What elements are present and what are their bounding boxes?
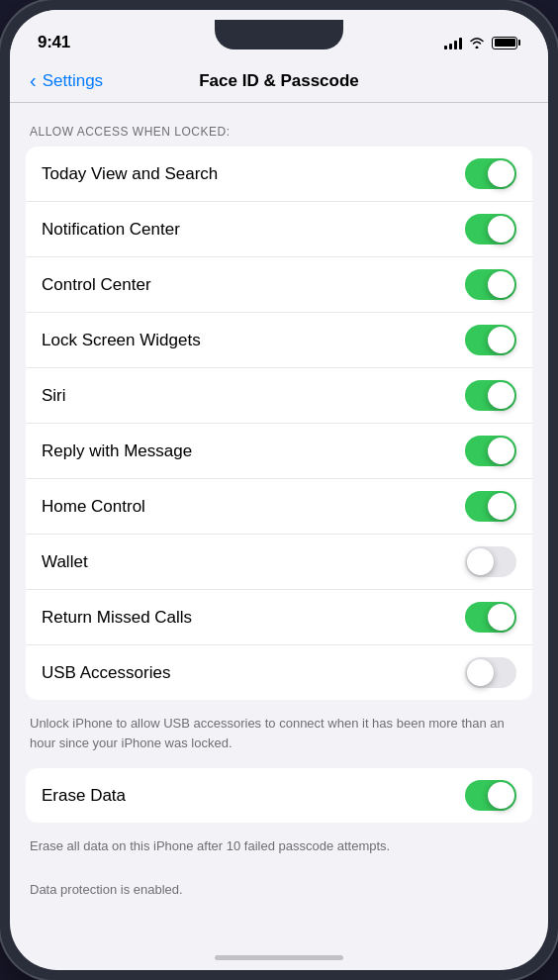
label-notification-center: Notification Center [42,220,180,240]
toggle-knob-notification-center [488,216,514,243]
row-usb-accessories: USB Accessories [26,645,532,700]
erase-data-toggle[interactable] [465,780,516,811]
toggle-knob-wallet [467,548,494,575]
home-bar [215,955,343,960]
erase-data-label: Erase Data [42,786,126,806]
label-reply-with-message: Reply with Message [42,441,192,461]
home-indicator [10,947,548,970]
navigation-bar: ‹ Settings Face ID & Passcode [10,61,548,103]
label-today-view: Today View and Search [42,164,218,184]
erase-data-group: Erase Data [26,768,532,823]
toggle-wallet[interactable] [465,546,516,577]
notch [215,20,343,49]
label-control-center: Control Center [42,275,151,295]
row-wallet: Wallet [26,535,532,590]
back-button[interactable]: ‹ Settings [30,69,103,92]
erase-data-toggle-knob [488,782,514,809]
screen: 9:41 [10,10,548,970]
back-label: Settings [43,71,103,91]
toggle-knob-usb-accessories [467,659,494,686]
toggle-knob-control-center [488,271,514,298]
row-today-view: Today View and Search [26,147,532,202]
battery-icon [492,37,520,49]
content-area: ALLOW ACCESS WHEN LOCKED: Today View and… [10,103,548,947]
status-icons [444,37,520,49]
allow-access-group: Today View and SearchNotification Center… [26,147,532,700]
row-siri: Siri [26,368,532,424]
erase-footer-2: Data protection is enabled. [10,872,548,916]
usb-footer: Unlock iPhone to allow USB accessories t… [10,706,548,768]
section-header-allow-access: ALLOW ACCESS WHEN LOCKED: [10,125,548,147]
toggle-knob-today-view [488,160,514,187]
toggle-today-view[interactable] [465,158,516,189]
toggle-knob-return-missed-calls [488,604,514,631]
toggle-notification-center[interactable] [465,214,516,245]
toggle-control-center[interactable] [465,269,516,300]
status-time: 9:41 [38,33,70,52]
toggle-knob-siri [488,382,514,409]
toggle-return-missed-calls[interactable] [465,602,516,633]
row-return-missed-calls: Return Missed Calls [26,590,532,645]
toggle-usb-accessories[interactable] [465,657,516,688]
screen-content: 9:41 [10,10,548,970]
erase-footer-1: Erase all data on this iPhone after 10 f… [10,829,548,872]
toggle-reply-with-message[interactable] [465,436,516,466]
label-usb-accessories: USB Accessories [42,663,170,683]
toggle-lock-screen-widgets[interactable] [465,325,516,355]
page-title: Face ID & Passcode [199,71,359,91]
row-lock-screen-widgets: Lock Screen Widgets [26,313,532,368]
toggle-siri[interactable] [465,380,516,411]
row-home-control: Home Control [26,479,532,535]
row-notification-center: Notification Center [26,202,532,257]
row-control-center: Control Center [26,257,532,313]
erase-data-row: Erase Data [26,768,532,823]
toggle-knob-home-control [488,493,514,520]
label-home-control: Home Control [42,497,145,517]
phone-frame: 9:41 [0,0,558,980]
back-chevron-icon: ‹ [30,69,37,92]
toggle-home-control[interactable] [465,491,516,522]
signal-bars-icon [444,37,462,49]
label-lock-screen-widgets: Lock Screen Widgets [42,331,201,350]
row-reply-with-message: Reply with Message [26,424,532,479]
label-return-missed-calls: Return Missed Calls [42,608,192,628]
toggle-knob-reply-with-message [488,438,514,464]
wifi-icon [469,37,485,49]
toggle-knob-lock-screen-widgets [488,327,514,353]
label-siri: Siri [42,386,66,406]
label-wallet: Wallet [42,552,88,572]
